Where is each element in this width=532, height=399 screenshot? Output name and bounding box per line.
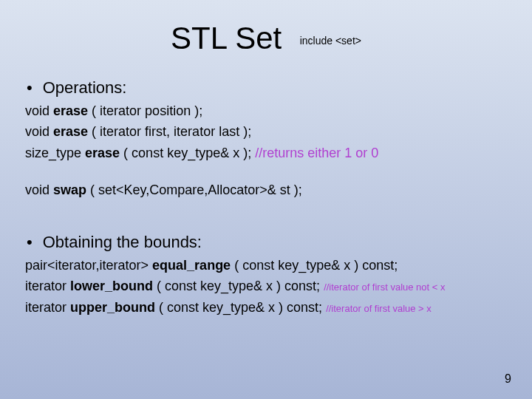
page-number: 9 [505,372,511,386]
erase-signature-2: void erase ( iterator first, iterator la… [25,123,510,140]
text: ( const key_type& x ) const; [155,300,326,315]
text: ( const key_type& x ); [120,146,255,160]
text: ( iterator first, iterator last ); [88,124,251,139]
operations-heading: Operations: [27,78,510,98]
erase-signature-1: void erase ( iterator position ); [25,102,510,120]
text: ( const key_type& x ) const; [153,279,324,293]
swap-signature: void swap ( set<Key,Compare,Allocator>& … [25,181,510,199]
text: ( set<Key,Compare,Allocator>& st ); [86,183,302,197]
slide-title: STL Set [171,21,282,56]
comment: //iterator of first value > x [326,303,432,314]
text: void [25,103,53,118]
text: iterator [25,300,70,315]
bounds-heading: Obtaining the bounds: [27,233,510,252]
comment: //returns either 1 or 0 [255,146,378,160]
upper-bound-signature: iterator upper_bound ( const key_type& x… [25,299,510,316]
erase-signature-3: size_type erase ( const key_type& x ); /… [25,144,510,162]
slide: STL Set include <set> Operations: void e… [0,0,532,399]
equal-range-signature: pair<iterator,iterator> equal_range ( co… [25,256,510,274]
slide-subtitle: include <set> [300,35,361,47]
text: pair<iterator,iterator> [25,258,152,273]
spacer [22,202,510,233]
method-name: equal_range [152,258,231,273]
text: size_type [25,146,85,160]
method-name: swap [53,183,86,197]
method-name: lower_bound [70,279,153,293]
text: ( const key_type& x ) const; [231,258,398,273]
method-name: erase [85,146,120,160]
method-name: erase [53,103,88,118]
spacer [22,165,510,181]
text: iterator [25,279,70,293]
lower-bound-signature: iterator lower_bound ( const key_type& x… [25,277,510,295]
method-name: erase [53,124,88,139]
title-row: STL Set include <set> [22,21,510,56]
text: void [25,124,53,139]
text: void [25,183,53,197]
text: ( iterator position ); [88,103,202,118]
method-name: upper_bound [70,300,155,315]
comment: //iterator of first value not < x [324,282,445,293]
